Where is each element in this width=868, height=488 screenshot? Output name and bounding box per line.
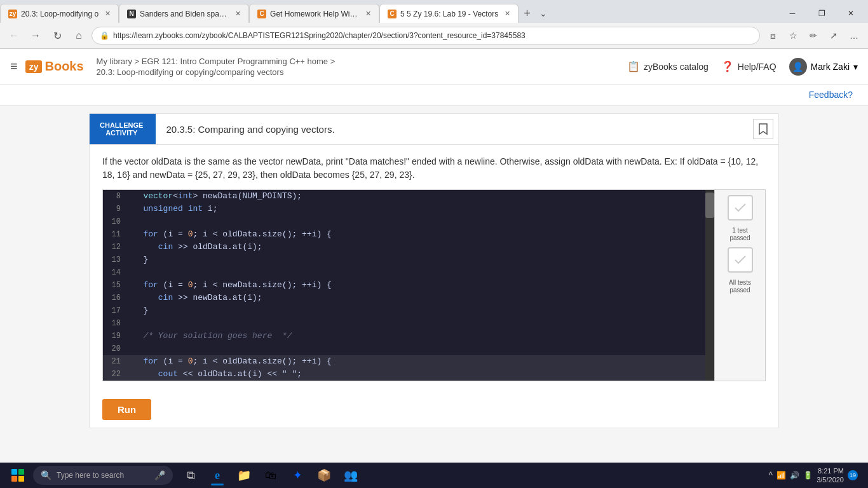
tab-4[interactable]: C 5 5 Zy 19.6: Lab 19 - Vectors ✕: [379, 4, 519, 23]
line-content: unsigned int i;: [126, 203, 705, 215]
chevron-up-icon[interactable]: ^: [769, 470, 773, 480]
line-number: 9: [103, 203, 126, 215]
user-dropdown-icon: ▾: [853, 62, 858, 72]
line-content: cout << oldData.at(i) << " ";: [126, 368, 705, 381]
address-bar-row: ← → ↻ ⌂ 🔒 https://learn.zybooks.com/zybo…: [0, 23, 868, 48]
code-line-11[interactable]: 11 for (i = 0; i < oldData.size(); ++i) …: [103, 228, 705, 241]
challenge-activity-label: CHALLENGE ACTIVITY: [90, 114, 153, 144]
back-button[interactable]: ←: [5, 27, 23, 44]
search-placeholder-text: Type here to search: [57, 471, 124, 480]
code-scrollbar-thumb[interactable]: [705, 193, 714, 218]
challenge-label-line2: ACTIVITY: [105, 129, 137, 137]
code-line-10[interactable]: 10: [103, 215, 705, 228]
bookmark-button[interactable]: [753, 119, 773, 139]
line-content: cin >> newData.at(i);: [126, 292, 705, 304]
tab-overflow-button[interactable]: ⌄: [536, 4, 551, 23]
user-avatar-icon: 👤: [789, 58, 807, 76]
code-line-22[interactable]: 22 cout << oldData.at(i) << " ";: [103, 368, 705, 381]
line-number: 18: [103, 317, 126, 330]
more-button[interactable]: …: [845, 27, 863, 44]
code-line-19[interactable]: 19 /* Your solution goes here */: [103, 330, 705, 342]
tab-close-2[interactable]: ✕: [235, 10, 241, 18]
line-content: [126, 317, 705, 330]
run-button[interactable]: Run: [102, 399, 151, 420]
tab-close-4[interactable]: ✕: [505, 10, 510, 18]
user-area[interactable]: 👤 Mark Zaki ▾: [789, 58, 858, 76]
test1-label: 1 testpassed: [729, 227, 750, 242]
start-button[interactable]: [5, 464, 31, 487]
hamburger-menu-button[interactable]: ≡: [10, 59, 18, 74]
taskbar-edge[interactable]: e: [205, 464, 230, 487]
refresh-button[interactable]: ↻: [48, 27, 66, 44]
tab-3[interactable]: C Get Homework Help With C ✕: [249, 4, 379, 23]
code-line-17[interactable]: 17 }: [103, 304, 705, 317]
minimize-button[interactable]: ─: [778, 4, 807, 23]
clock-date: 3/5/2020: [817, 475, 844, 484]
code-line-13[interactable]: 13 }: [103, 254, 705, 266]
code-line-8[interactable]: 8 vector<int> newData(NUM_POINTS);: [103, 190, 705, 203]
taskbar-task-view[interactable]: ⧉: [178, 464, 203, 487]
tab-label-1: 20.3: Loop-modifying o: [21, 10, 98, 18]
line-number: 8: [103, 190, 126, 203]
line-number: 17: [103, 304, 126, 317]
catalog-link[interactable]: 📋 zyBooks catalog: [627, 60, 709, 72]
system-clock[interactable]: 8:21 PM 3/5/2020: [817, 466, 844, 485]
forward-button[interactable]: →: [27, 27, 44, 44]
search-bar[interactable]: 🔍 Type here to search 🎤: [33, 466, 173, 485]
tab-2[interactable]: N Sanders and Biden spar ove ✕: [119, 4, 249, 23]
code-line-18[interactable]: 18: [103, 317, 705, 330]
taskbar-amazon[interactable]: 📦: [311, 464, 337, 487]
tab-favicon-3: C: [257, 10, 266, 18]
code-line-21[interactable]: 21 for (i = 0; i < oldData.size(); ++i) …: [103, 355, 705, 368]
code-line-16[interactable]: 16 cin >> newData.at(i);: [103, 292, 705, 304]
help-link[interactable]: ❓ Help/FAQ: [721, 60, 776, 72]
tab-1[interactable]: zy 20.3: Loop-modifying o ✕: [0, 4, 119, 23]
volume-icon[interactable]: 🔊: [790, 471, 799, 480]
taskbar-store[interactable]: 🛍: [258, 464, 283, 487]
line-content: vector<int> newData(NUM_POINTS);: [126, 190, 705, 203]
new-tab-button[interactable]: +: [519, 4, 536, 23]
test2-label: All testspassed: [729, 279, 751, 294]
taskbar-teams[interactable]: 👥: [338, 464, 363, 487]
test1-badge: [728, 195, 753, 220]
restore-button[interactable]: ❐: [807, 4, 836, 23]
code-line-20[interactable]: 20: [103, 342, 705, 355]
feedback-bar: Feedback?: [0, 85, 868, 105]
share-button[interactable]: ↗: [825, 27, 843, 44]
tab-close-1[interactable]: ✕: [105, 10, 111, 18]
search-icon: 🔍: [41, 470, 51, 480]
line-content: [126, 215, 705, 228]
taskbar: 🔍 Type here to search 🎤 ⧉ e 📁 🛍 ✦ 📦 👥 ^ …: [0, 463, 868, 488]
network-icon[interactable]: 📶: [776, 471, 786, 480]
tab-close-3[interactable]: ✕: [365, 10, 371, 18]
notification-badge[interactable]: 19: [848, 470, 858, 480]
line-content: [126, 342, 705, 355]
taskbar-file-explorer[interactable]: 📁: [231, 464, 257, 487]
address-box[interactable]: 🔒 https://learn.zybooks.com/zybook/CALBA…: [92, 27, 760, 44]
logo-text: Books: [44, 59, 83, 74]
line-number: 20: [103, 342, 126, 355]
feedback-link[interactable]: Feedback?: [809, 90, 853, 100]
close-button[interactable]: ✕: [836, 4, 865, 23]
split-screen-button[interactable]: ⧈: [764, 27, 782, 44]
code-line-9[interactable]: 9 unsigned int i;: [103, 203, 705, 215]
browser-chrome: zy 20.3: Loop-modifying o ✕ N Sanders an…: [0, 0, 868, 49]
code-scrollbar[interactable]: [705, 190, 714, 381]
line-number: 10: [103, 215, 126, 228]
code-editor[interactable]: 8 vector<int> newData(NUM_POINTS);9 unsi…: [103, 190, 705, 381]
test2-badge: [728, 247, 753, 273]
battery-icon[interactable]: 🔋: [803, 471, 813, 480]
line-number: 21: [103, 355, 126, 368]
home-button[interactable]: ⌂: [70, 27, 88, 44]
code-line-14[interactable]: 14: [103, 266, 705, 279]
line-number: 14: [103, 266, 126, 279]
favorites-button[interactable]: ☆: [784, 27, 802, 44]
collections-button[interactable]: ✏: [804, 27, 822, 44]
code-line-15[interactable]: 15 for (i = 0; i < newData.size(); ++i) …: [103, 279, 705, 292]
microphone-icon[interactable]: 🎤: [154, 470, 165, 480]
line-content: for (i = 0; i < oldData.size(); ++i) {: [126, 228, 705, 241]
windows-logo-icon: [11, 469, 24, 482]
code-line-12[interactable]: 12 cin >> oldData.at(i);: [103, 241, 705, 254]
taskbar-dropbox[interactable]: ✦: [285, 464, 310, 487]
tab-label-2: Sanders and Biden spar ove: [140, 10, 229, 18]
